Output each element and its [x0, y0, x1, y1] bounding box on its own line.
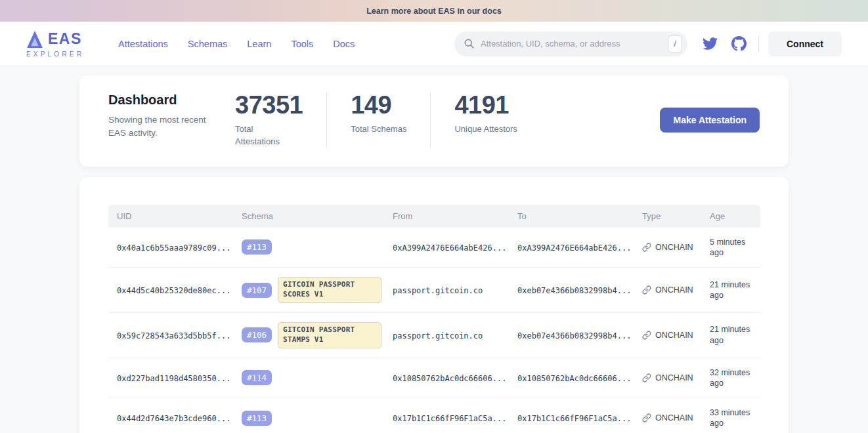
stat-label: Total Schemas	[351, 123, 406, 136]
schema-id-badge[interactable]: #113	[242, 239, 272, 255]
nav-attestations[interactable]: Attestations	[118, 39, 168, 49]
stat-total-attestations: 37351 Total Attestations	[235, 93, 326, 148]
eas-logo[interactable]: EAS EXPLORER	[26, 30, 84, 58]
nav-docs[interactable]: Docs	[333, 39, 355, 49]
stat-value: 149	[351, 93, 406, 117]
link-icon	[642, 413, 651, 423]
eas-triangle-icon	[26, 30, 43, 49]
schema-id-badge[interactable]: #107	[242, 283, 272, 298]
link-icon	[642, 243, 651, 252]
schema-id-badge[interactable]: #114	[242, 370, 272, 385]
dashboard-card: Dashboard Showing the most recent EAS ac…	[79, 75, 789, 167]
column-header-age: Age	[701, 205, 760, 228]
table-row[interactable]: 0x44d2d7643e7b3cde960... #113 0x17b1C1c6…	[108, 398, 760, 433]
type-label: ONCHAIN	[655, 243, 693, 252]
social-links	[702, 36, 747, 52]
link-icon	[642, 331, 651, 340]
twitter-icon[interactable]	[702, 36, 718, 52]
to-link[interactable]: 0xeb07e4366b0832998b4...	[517, 331, 631, 340]
stat-label: Total Attestations	[235, 123, 297, 148]
link-icon	[642, 285, 651, 295]
to-link[interactable]: 0x10850762bAc0dc66606...	[517, 374, 631, 383]
type-label: ONCHAIN	[655, 373, 693, 382]
table-row[interactable]: 0x59c728543a633d5bb5f... #106 GITCOIN PA…	[108, 312, 760, 358]
type-label: ONCHAIN	[655, 413, 693, 423]
header: EAS EXPLORER Attestations Schemas Learn …	[0, 22, 868, 66]
schema-name-badge[interactable]: GITCOIN PASSPORT SCORES V1	[278, 277, 381, 303]
uid-link[interactable]: 0xd227bad1198d4580350...	[117, 374, 230, 383]
uid-link[interactable]: 0x44d2d7643e7b3cde960...	[117, 414, 230, 423]
stat-total-schemas: 149 Total Schemas	[326, 93, 430, 148]
github-icon[interactable]	[731, 36, 747, 52]
search-input[interactable]	[481, 39, 668, 49]
type-label: ONCHAIN	[655, 285, 693, 295]
schema-id-badge[interactable]: #106	[242, 327, 272, 342]
column-header-to: To	[509, 205, 634, 228]
uid-link[interactable]: 0x40a1c6b55aaa9789c09...	[117, 243, 230, 253]
nav-learn[interactable]: Learn	[247, 39, 271, 49]
from-link[interactable]: passport.gitcoin.co	[393, 286, 483, 295]
column-header-uid: UID	[108, 205, 233, 228]
age-label: 33 minutes ago	[710, 407, 758, 429]
link-icon	[642, 373, 651, 382]
attestations-table: UID Schema From To Type Age 0x40a1c6b55a…	[108, 205, 760, 433]
docs-banner[interactable]: Learn more about EAS in our docs	[0, 0, 868, 22]
from-link[interactable]: 0x10850762bAc0dc66606...	[393, 374, 506, 383]
schema-name-badge[interactable]: GITCOIN PASSPORT STAMPS V1	[278, 322, 381, 348]
age-label: 21 minutes ago	[710, 324, 758, 346]
to-link[interactable]: 0xA399A2476E664abE426...	[517, 243, 631, 253]
search-bar[interactable]: /	[454, 31, 687, 56]
from-link[interactable]: passport.gitcoin.co	[393, 331, 483, 340]
logo-subtitle: EXPLORER	[26, 51, 84, 58]
logo-wordmark: EAS	[48, 31, 82, 47]
connect-wallet-button[interactable]: Connect	[768, 31, 842, 56]
column-header-schema: Schema	[233, 205, 384, 228]
search-shortcut-key: /	[668, 35, 682, 52]
from-link[interactable]: 0x17b1C1c66fF96F1aC5a...	[393, 414, 506, 423]
page-title: Dashboard	[108, 93, 235, 108]
stat-value: 37351	[235, 93, 303, 117]
schema-id-badge[interactable]: #113	[242, 411, 272, 426]
docs-banner-text[interactable]: Learn more about EAS in our docs	[366, 7, 502, 16]
nav-tools[interactable]: Tools	[291, 39, 313, 49]
main-nav: Attestations Schemas Learn Tools Docs	[118, 39, 355, 49]
age-label: 21 minutes ago	[710, 279, 758, 301]
nav-schemas[interactable]: Schemas	[188, 39, 227, 49]
table-header: UID Schema From To Type Age	[108, 205, 760, 228]
search-icon	[464, 38, 475, 49]
header-divider	[758, 35, 759, 52]
page-subtitle: Showing the most recent EAS activity.	[108, 113, 224, 139]
stat-value: 4191	[454, 93, 517, 117]
to-link[interactable]: 0x17b1C1c66fF96F1aC5a...	[517, 414, 631, 423]
uid-link[interactable]: 0x44d5c40b25320de80ec...	[117, 286, 230, 295]
uid-link[interactable]: 0x59c728543a633d5bb5f...	[117, 331, 230, 340]
table-row[interactable]: 0x44d5c40b25320de80ec... #107 GITCOIN PA…	[108, 268, 760, 313]
attestations-card: UID Schema From To Type Age 0x40a1c6b55a…	[79, 177, 789, 433]
attestations-table-body: 0x40a1c6b55aaa9789c09... #113 0xA399A247…	[108, 228, 760, 433]
age-label: 32 minutes ago	[710, 367, 758, 389]
column-header-from: From	[384, 205, 509, 228]
column-header-type: Type	[634, 205, 701, 228]
age-label: 5 minutes ago	[710, 237, 758, 258]
from-link[interactable]: 0xA399A2476E664abE426...	[393, 243, 506, 253]
make-attestation-button[interactable]: Make Attestation	[660, 108, 760, 133]
to-link[interactable]: 0xeb07e4366b0832998b4...	[517, 286, 631, 295]
stat-unique-attestors: 4191 Unique Attestors	[430, 93, 540, 148]
type-label: ONCHAIN	[655, 331, 693, 340]
stat-label: Unique Attestors	[454, 123, 517, 136]
table-row[interactable]: 0x40a1c6b55aaa9789c09... #113 0xA399A247…	[108, 228, 760, 268]
stats-row: 37351 Total Attestations 149 Total Schem…	[235, 93, 541, 148]
table-row[interactable]: 0xd227bad1198d4580350... #114 0x10850762…	[108, 358, 760, 398]
